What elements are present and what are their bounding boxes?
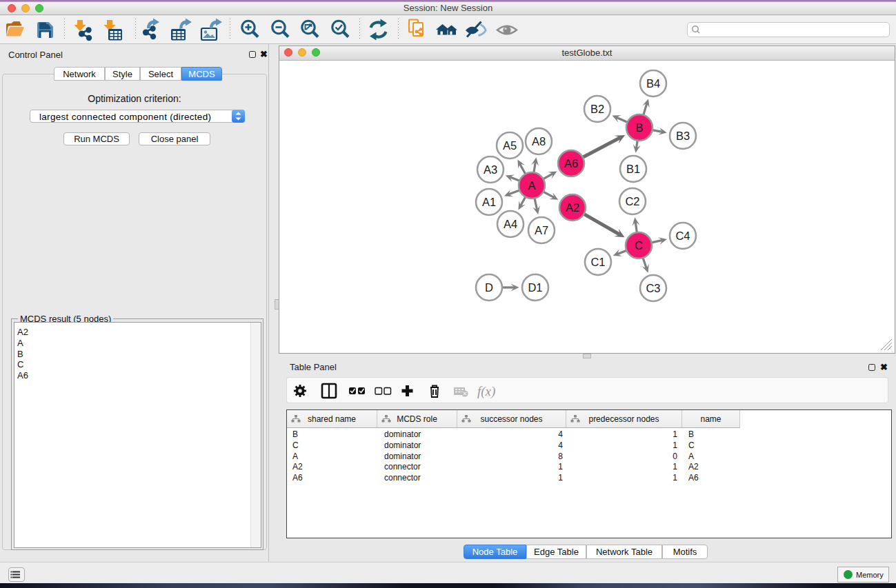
svg-text:D1: D1: [528, 281, 542, 294]
svg-text:A2: A2: [566, 201, 579, 214]
svg-text:A5: A5: [503, 139, 517, 152]
svg-text:f(x): f(x): [477, 384, 495, 399]
svg-text:B: B: [635, 121, 643, 134]
svg-text:A3: A3: [484, 163, 497, 176]
svg-text:A: A: [528, 179, 535, 192]
svg-text:C1: C1: [590, 256, 605, 268]
svg-text:B2: B2: [590, 103, 604, 115]
svg-text:A6: A6: [564, 157, 578, 170]
svg-text:D: D: [485, 281, 493, 294]
svg-text:C3: C3: [646, 282, 660, 294]
svg-text:A7: A7: [535, 224, 548, 236]
svg-text:B4: B4: [646, 77, 660, 90]
svg-text:A4: A4: [504, 218, 517, 230]
svg-text:A1: A1: [482, 196, 496, 208]
svg-text:B1: B1: [626, 163, 640, 175]
svg-text:A8: A8: [532, 135, 546, 148]
svg-text:C2: C2: [625, 195, 639, 207]
svg-text:B3: B3: [676, 130, 690, 142]
svg-text:C: C: [635, 239, 643, 252]
svg-text:C4: C4: [675, 230, 690, 242]
